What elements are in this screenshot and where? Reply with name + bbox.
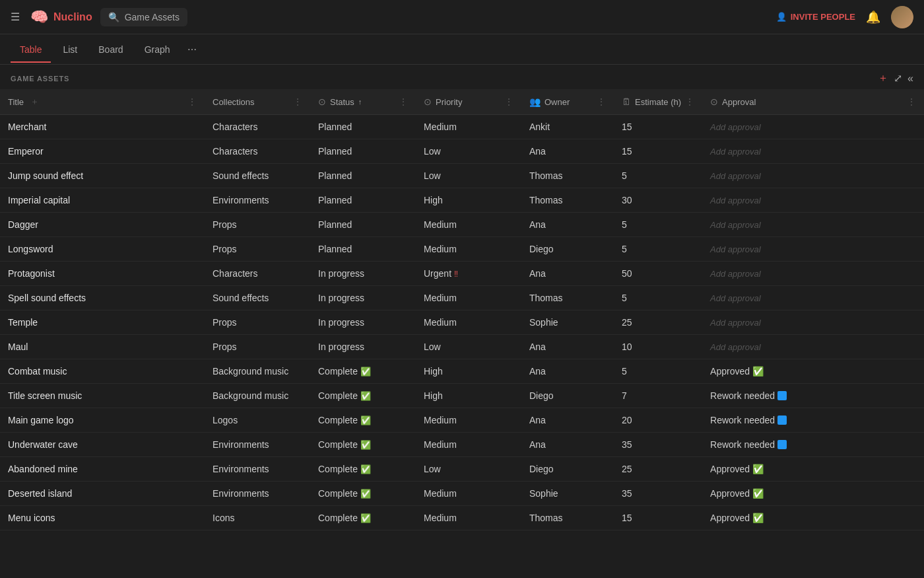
hamburger-icon[interactable]: ☰ (11, 11, 20, 23)
table-row: Imperial capitalEnvironmentsPlannedHighT… (0, 188, 924, 213)
status-complete: Complete ✅ (318, 488, 371, 499)
cell-title[interactable]: Dagger (0, 213, 205, 237)
cell-priority: High (416, 359, 521, 384)
rework-icon (777, 415, 787, 425)
table-row: Spell sound effectsSound effectsIn progr… (0, 286, 924, 310)
invite-people-button[interactable]: 👤 INVITE PEOPLE (776, 12, 855, 22)
approved-text: Approved ✅ (710, 513, 764, 523)
cell-priority: Medium (416, 286, 521, 310)
cell-status: Planned (310, 237, 416, 262)
cell-approval[interactable]: Add approval (702, 286, 924, 310)
tab-table[interactable]: Table (11, 36, 51, 63)
add-approval-text[interactable]: Add approval (710, 293, 761, 303)
cell-collection: Characters (205, 262, 310, 286)
cell-approval[interactable]: Add approval (702, 164, 924, 188)
cell-approval: Approved ✅ (702, 506, 924, 530)
collapse-icon[interactable]: « (908, 73, 913, 85)
cell-title[interactable]: Title screen music (0, 384, 205, 408)
approved-check-icon: ✅ (752, 513, 764, 523)
col-status-sort[interactable]: ↑ (358, 98, 362, 106)
cell-approval[interactable]: Add approval (702, 310, 924, 335)
cell-title[interactable]: Imperial capital (0, 188, 205, 213)
add-column-button[interactable]: ＋ (878, 71, 888, 85)
cell-collection: Environments (205, 188, 310, 213)
tab-list[interactable]: List (53, 36, 86, 63)
col-approval-more[interactable]: ⋮ (907, 96, 916, 107)
cell-status: Complete ✅ (310, 408, 416, 433)
cell-status: In progress (310, 335, 416, 359)
col-approval-icon: ⊙ (710, 96, 718, 107)
col-owner-icon: 👥 (529, 96, 541, 107)
avatar[interactable] (891, 6, 913, 28)
col-estimate-more[interactable]: ⋮ (685, 96, 694, 107)
cell-approval[interactable]: Add approval (702, 335, 924, 359)
cell-title[interactable]: Jump sound effect (0, 164, 205, 188)
cell-title[interactable]: Longsword (0, 237, 205, 262)
cell-title[interactable]: Protagonist (0, 262, 205, 286)
complete-check-icon: ✅ (360, 391, 371, 401)
cell-title[interactable]: Maul (0, 335, 205, 359)
cell-title[interactable]: Underwater cave (0, 433, 205, 457)
complete-check-icon: ✅ (360, 415, 371, 425)
cell-owner: Ana (521, 262, 614, 286)
add-approval-text[interactable]: Add approval (710, 196, 761, 205)
add-approval-text[interactable]: Add approval (710, 318, 761, 328)
notification-icon[interactable]: 🔔 (866, 10, 880, 24)
cell-owner: Diego (521, 384, 614, 408)
cell-approval[interactable]: Add approval (702, 115, 924, 139)
add-approval-text[interactable]: Add approval (710, 269, 761, 279)
table-row: Main game logoLogosComplete ✅MediumAna20… (0, 408, 924, 433)
table-row: Deserted islandEnvironmentsComplete ✅Med… (0, 482, 924, 506)
add-approval-text[interactable]: Add approval (710, 342, 761, 352)
tab-board[interactable]: Board (89, 36, 132, 63)
cell-status: Planned (310, 213, 416, 237)
cell-title[interactable]: Deserted island (0, 482, 205, 506)
search-icon: 🔍 (108, 12, 119, 22)
cell-title[interactable]: Merchant (0, 115, 205, 139)
status-text: Complete (318, 439, 358, 450)
cell-approval: Approved ✅ (702, 359, 924, 384)
rework-icon (777, 391, 787, 400)
cell-title[interactable]: Emperor (0, 139, 205, 164)
cell-title[interactable]: Main game logo (0, 408, 205, 433)
expand-icon[interactable]: ⤢ (894, 72, 902, 85)
col-priority-more[interactable]: ⋮ (504, 96, 513, 107)
col-title-more[interactable]: ⋮ (187, 96, 197, 107)
status-complete: Complete ✅ (318, 390, 371, 401)
cell-estimate: 5 (614, 213, 702, 237)
cell-collection: Props (205, 310, 310, 335)
cell-approval[interactable]: Add approval (702, 213, 924, 237)
col-title-add[interactable]: ＋ (30, 96, 39, 108)
cell-title[interactable]: Combat music (0, 359, 205, 384)
cell-title[interactable]: Menu icons (0, 506, 205, 530)
cell-title[interactable]: Abandoned mine (0, 457, 205, 482)
add-approval-text[interactable]: Add approval (710, 122, 761, 132)
add-approval-text[interactable]: Add approval (710, 244, 761, 254)
cell-title[interactable]: Spell sound effects (0, 286, 205, 310)
add-approval-text[interactable]: Add approval (710, 147, 761, 157)
cell-collection: Environments (205, 457, 310, 482)
col-owner-more[interactable]: ⋮ (597, 96, 606, 107)
tab-graph[interactable]: Graph (135, 36, 180, 63)
cell-title[interactable]: Temple (0, 310, 205, 335)
col-collections-more[interactable]: ⋮ (293, 96, 302, 107)
cell-owner: Sophie (521, 482, 614, 506)
status-complete: Complete ✅ (318, 439, 371, 450)
cell-approval[interactable]: Add approval (702, 237, 924, 262)
cell-collection: Props (205, 213, 310, 237)
cell-priority: Low (416, 457, 521, 482)
cell-approval[interactable]: Add approval (702, 188, 924, 213)
cell-owner: Ana (521, 408, 614, 433)
table-row: Title screen musicBackground musicComple… (0, 384, 924, 408)
tab-more-icon[interactable]: ⋯ (182, 36, 202, 63)
col-priority-icon: ⊙ (424, 96, 432, 107)
cell-priority: Medium (416, 482, 521, 506)
col-status-more[interactable]: ⋮ (399, 96, 408, 107)
cell-estimate: 25 (614, 310, 702, 335)
add-approval-text[interactable]: Add approval (710, 171, 761, 181)
table-row: DaggerPropsPlannedMediumAna5Add approval (0, 213, 924, 237)
cell-approval[interactable]: Add approval (702, 139, 924, 164)
cell-approval[interactable]: Add approval (702, 262, 924, 286)
add-approval-text[interactable]: Add approval (710, 220, 761, 230)
search-bar[interactable]: 🔍 Game Assets (100, 8, 187, 26)
